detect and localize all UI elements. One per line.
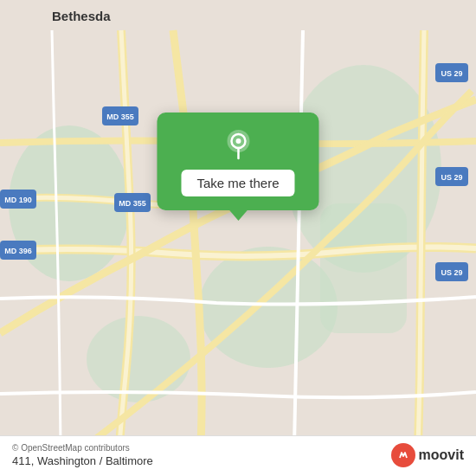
moovit-icon: [391, 443, 415, 467]
location-label: 411, Washington / Baltimore: [12, 454, 153, 467]
svg-text:US 29: US 29: [441, 69, 462, 78]
bottom-bar: © OpenStreetMap contributors 411, Washin…: [0, 435, 476, 476]
svg-text:MD 355: MD 355: [106, 113, 134, 121]
svg-point-4: [87, 316, 190, 402]
svg-rect-5: [320, 203, 407, 333]
svg-text:US 29: US 29: [441, 268, 462, 277]
svg-text:MD 190: MD 190: [4, 196, 32, 204]
svg-text:MD 355: MD 355: [119, 199, 146, 208]
moovit-text: moovit: [419, 447, 464, 463]
copyright-text: © OpenStreetMap contributors: [12, 443, 153, 453]
map-background: MD 355 MD 355 MD 190 MD 396 US 29 US 29 …: [0, 0, 476, 476]
map-container: MD 355 MD 355 MD 190 MD 396 US 29 US 29 …: [0, 0, 476, 476]
popup-card: Take me there: [157, 113, 318, 210]
moovit-logo[interactable]: moovit: [391, 443, 464, 467]
svg-point-3: [199, 247, 338, 368]
location-pin-icon: [222, 128, 254, 161]
svg-text:MD 396: MD 396: [4, 247, 32, 255]
city-label: Bethesda: [52, 9, 111, 23]
bottom-left: © OpenStreetMap contributors 411, Washin…: [12, 443, 153, 467]
take-me-there-button[interactable]: Take me there: [181, 170, 294, 196]
svg-text:US 29: US 29: [441, 173, 462, 182]
svg-point-22: [235, 138, 241, 144]
